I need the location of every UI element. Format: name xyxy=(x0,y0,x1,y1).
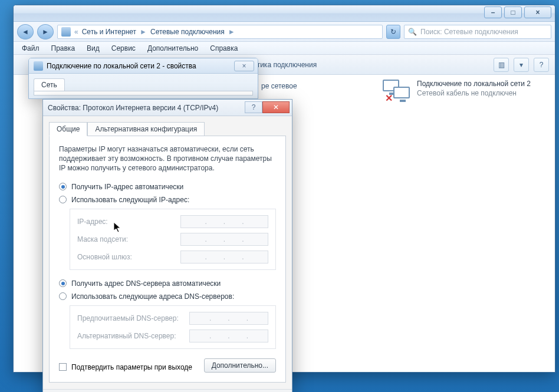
dialog-title: Подключение по локальной сети 2 - свойст… xyxy=(47,62,196,70)
menu-edit[interactable]: Правка xyxy=(47,43,80,54)
label-dns-alt: Альтернативный DNS-сервер: xyxy=(77,332,183,340)
radio-dns-auto[interactable]: Получить адрес DNS-сервера автоматически xyxy=(59,279,276,288)
disconnected-x-icon: ✕ xyxy=(385,93,393,104)
maximize-button[interactable]: □ xyxy=(504,6,522,18)
search-input[interactable]: 🔍 Поиск: Сетевые подключения xyxy=(404,25,551,39)
adapter-icon xyxy=(34,61,43,71)
input-dns-pref: ... xyxy=(189,312,268,325)
tab-network[interactable]: Сеть xyxy=(34,78,65,91)
breadcrumb-item[interactable]: Сеть и Интернет xyxy=(82,28,136,36)
tab-panel-general: Параметры IP могут назначаться автоматич… xyxy=(49,136,286,383)
refresh-button[interactable]: ↻ xyxy=(386,25,400,39)
radio-icon xyxy=(59,292,67,300)
layout-button[interactable]: ▾ xyxy=(514,58,529,72)
help-button[interactable]: ? xyxy=(534,58,549,72)
label-dns-pref: Предпочитаемый DNS-сервер: xyxy=(77,314,183,322)
adapter-properties-dialog: Подключение по локальной сети 2 - свойст… xyxy=(28,58,258,99)
ip-fields: IP-адрес: ... Маска подсети: ... Основно… xyxy=(70,209,276,270)
dialog-title: Свойства: Протокол Интернета версии 4 (T… xyxy=(48,104,218,112)
address-bar: ◄ ► « Сеть и Интернет ► Сетевые подключе… xyxy=(14,22,555,42)
radio-dns-manual[interactable]: Использовать следующие адреса DNS-сервер… xyxy=(59,292,276,301)
nav-forward-button[interactable]: ► xyxy=(37,24,54,39)
menu-bar: Файл Правка Вид Сервис Дополнительно Спр… xyxy=(14,42,555,55)
breadcrumb-item[interactable]: Сетевые подключения xyxy=(150,28,225,36)
input-mask: ... xyxy=(180,233,268,246)
connection-item[interactable]: ✕ Подключение по локальной сети 2 Сетево… xyxy=(383,80,536,103)
nav-back-button[interactable]: ◄ xyxy=(17,24,34,39)
close-button[interactable]: × xyxy=(524,6,551,18)
checkbox-validate[interactable]: Подтвердить параметры при выходе xyxy=(59,363,192,371)
description-text: Параметры IP могут назначаться автоматич… xyxy=(59,144,276,173)
explorer-titlebar[interactable]: – □ × xyxy=(14,5,555,22)
radio-icon xyxy=(59,196,67,203)
network-icon xyxy=(61,27,71,37)
dialog-footer: OK Отмена xyxy=(43,389,292,392)
network-adapter-icon: ✕ xyxy=(383,80,411,103)
radio-ip-manual[interactable]: Использовать следующий IP-адрес: xyxy=(59,196,276,204)
label-gateway: Основной шлюз: xyxy=(77,253,175,261)
search-icon: 🔍 xyxy=(408,28,417,36)
dialog-help-button[interactable]: ? xyxy=(245,101,262,113)
connection-status: Сетевой кабель не подключен xyxy=(417,89,536,97)
menu-file[interactable]: Файл xyxy=(17,43,44,54)
radio-ip-auto[interactable]: Получить IP-адрес автоматически xyxy=(59,183,276,191)
radio-icon xyxy=(59,279,67,287)
partial-text: ре сетевое xyxy=(261,82,297,90)
ipv4-properties-dialog: Свойства: Протокол Интернета версии 4 (T… xyxy=(42,99,292,392)
tab-alternate[interactable]: Альтернативная конфигурация xyxy=(87,122,205,136)
minimize-button[interactable]: – xyxy=(484,6,502,18)
input-ip: ... xyxy=(180,215,268,228)
tab-general[interactable]: Общие xyxy=(49,122,87,136)
menu-advanced[interactable]: Дополнительно xyxy=(143,43,203,54)
tab-panel xyxy=(34,91,253,95)
search-placeholder: Поиск: Сетевые подключения xyxy=(420,28,518,36)
checkbox-icon xyxy=(59,363,67,371)
breadcrumb[interactable]: « Сеть и Интернет ► Сетевые подключения … xyxy=(57,25,383,39)
toolbar-hint: ітика подключения xyxy=(255,61,317,69)
dialog-close-button[interactable]: ✕ xyxy=(262,101,290,113)
dialog-titlebar[interactable]: Подключение по локальной сети 2 - свойст… xyxy=(29,58,258,74)
label-mask: Маска подсети: xyxy=(77,235,175,243)
tab-row: Общие Альтернативная конфигурация xyxy=(49,122,286,136)
label-ip: IP-адрес: xyxy=(77,218,175,226)
input-dns-alt: ... xyxy=(189,330,268,342)
input-gateway: ... xyxy=(180,251,268,263)
menu-help[interactable]: Справка xyxy=(205,43,242,54)
dns-fields: Предпочитаемый DNS-сервер: ... Альтернат… xyxy=(70,305,276,349)
connection-name: Подключение по локальной сети 2 xyxy=(417,80,536,88)
dialog-close-button[interactable]: × xyxy=(234,61,254,71)
menu-tools[interactable]: Сервис xyxy=(107,43,140,54)
dialog-titlebar[interactable]: Свойства: Протокол Интернета версии 4 (T… xyxy=(43,100,292,116)
menu-view[interactable]: Вид xyxy=(82,43,104,54)
radio-icon xyxy=(59,183,67,190)
advanced-button[interactable]: Дополнительно... xyxy=(204,358,276,373)
view-button[interactable]: ▥ xyxy=(494,58,509,72)
